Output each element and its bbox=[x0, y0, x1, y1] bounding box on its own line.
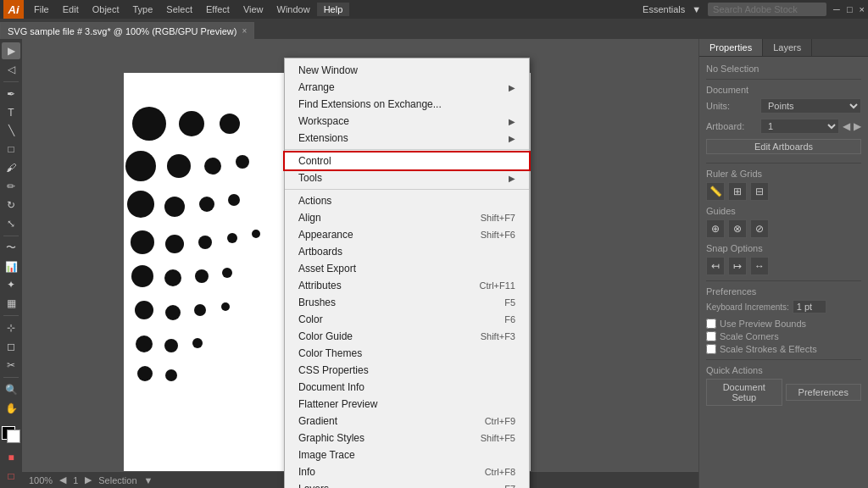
svg-point-20 bbox=[135, 301, 153, 319]
scale-corners-checkbox[interactable] bbox=[706, 331, 716, 341]
menu-item-asset-export[interactable]: Asset Export bbox=[285, 260, 529, 277]
search-input[interactable] bbox=[708, 3, 826, 16]
prev-artboard-icon[interactable]: ◀ bbox=[843, 120, 850, 132]
symbol-tool[interactable]: ✦ bbox=[2, 277, 20, 294]
menu-item-document-info[interactable]: Document Info bbox=[285, 379, 529, 396]
menu-item-layers[interactable]: Layers F7 bbox=[285, 480, 529, 488]
warp-tool[interactable]: 〜 bbox=[2, 240, 20, 257]
menu-edit[interactable]: Edit bbox=[56, 3, 86, 16]
menu-item-appearance[interactable]: Appearance Shift+F6 bbox=[285, 226, 529, 243]
eraser-tool[interactable]: ◻ bbox=[2, 338, 20, 355]
next-page-icon[interactable]: ▶ bbox=[85, 474, 92, 485]
menu-item-css-properties[interactable]: CSS Properties bbox=[285, 362, 529, 379]
menu-effect[interactable]: Effect bbox=[199, 3, 236, 16]
scale-strokes-checkbox[interactable] bbox=[706, 344, 716, 354]
window-close-icon[interactable]: × bbox=[860, 4, 865, 14]
grid-icon[interactable]: ⊞ bbox=[728, 182, 747, 201]
snap-icon-3[interactable]: ↔ bbox=[750, 257, 769, 275]
svg-point-24 bbox=[136, 336, 153, 352]
graph-tool[interactable]: 📊 bbox=[2, 258, 20, 275]
fill-icon[interactable]: ■ bbox=[2, 449, 20, 466]
hand-tool[interactable]: ✋ bbox=[2, 400, 20, 417]
guides-icon-1[interactable]: ⊕ bbox=[706, 219, 725, 238]
artboard-select[interactable]: 1 bbox=[760, 119, 839, 134]
menu-item-graphic-styles[interactable]: Graphic Styles Shift+F5 bbox=[285, 430, 529, 446]
svg-point-23 bbox=[221, 302, 230, 311]
units-select[interactable]: Points bbox=[760, 98, 861, 114]
grid-alt-icon[interactable]: ⊟ bbox=[750, 182, 769, 201]
prev-page-icon[interactable]: ◀ bbox=[59, 474, 66, 485]
tab-close-button[interactable]: × bbox=[242, 26, 247, 36]
snap-icon-2[interactable]: ↦ bbox=[728, 257, 747, 275]
menu-item-attributes[interactable]: Attributes Ctrl+F11 bbox=[285, 277, 529, 294]
scale-tool[interactable]: ⤡ bbox=[2, 215, 20, 232]
document-tab[interactable]: SVG sample file # 3.svg* @ 100% (RGB/GPU… bbox=[0, 22, 254, 39]
window-restore-icon[interactable]: □ bbox=[847, 4, 853, 14]
svg-point-17 bbox=[164, 269, 181, 286]
keyboard-increments-input[interactable] bbox=[793, 300, 826, 313]
scissors-tool[interactable]: ✂ bbox=[2, 357, 20, 374]
pencil-tool[interactable]: ✏ bbox=[2, 178, 20, 195]
menu-item-artboards[interactable]: Artboards bbox=[285, 243, 529, 260]
window-minimize-icon[interactable]: ─ bbox=[833, 4, 840, 14]
menu-item-extensions[interactable]: Extensions ▶ bbox=[285, 130, 529, 147]
menu-item-actions[interactable]: Actions bbox=[285, 192, 529, 209]
guides-icon-3[interactable]: ⊘ bbox=[750, 219, 769, 238]
svg-point-3 bbox=[125, 151, 156, 181]
menu-item-brushes[interactable]: Brushes F5 bbox=[285, 294, 529, 311]
menu-help[interactable]: Help bbox=[317, 3, 350, 16]
menu-window[interactable]: Window bbox=[270, 3, 317, 16]
svg-point-9 bbox=[199, 197, 214, 212]
menu-item-color-themes[interactable]: Color Themes bbox=[285, 345, 529, 362]
zoom-tool[interactable]: 🔍 bbox=[2, 381, 20, 398]
info-expand-icon[interactable]: ▼ bbox=[144, 475, 153, 485]
edit-artboards-button[interactable]: Edit Artboards bbox=[706, 139, 861, 154]
column-graph-tool[interactable]: ▦ bbox=[2, 295, 20, 312]
menu-item-workspace[interactable]: Workspace ▶ bbox=[285, 113, 529, 130]
menu-select[interactable]: Select bbox=[159, 3, 199, 16]
menu-item-color[interactable]: Color F6 bbox=[285, 311, 529, 328]
color-swatches[interactable] bbox=[2, 426, 20, 443]
stroke-icon[interactable]: □ bbox=[2, 468, 20, 485]
line-tool[interactable]: ╲ bbox=[2, 122, 20, 139]
use-preview-bounds-checkbox[interactable] bbox=[706, 319, 716, 329]
canvas-area: d diamaliqu amerci New Window Arrange ▶ … bbox=[22, 39, 698, 488]
menu-item-align[interactable]: Align Shift+F7 bbox=[285, 209, 529, 226]
workspace-label[interactable]: Essentials bbox=[643, 4, 685, 14]
guides-icon-2[interactable]: ⊗ bbox=[728, 219, 747, 238]
menu-item-find-extensions[interactable]: Find Extensions on Exchange... bbox=[285, 96, 529, 113]
next-artboard-icon[interactable]: ▶ bbox=[854, 120, 861, 132]
menu-item-control[interactable]: Control bbox=[285, 152, 529, 169]
menu-type[interactable]: Type bbox=[126, 3, 160, 16]
slice-tool[interactable]: ⊹ bbox=[2, 319, 20, 336]
menu-item-tools[interactable]: Tools ▶ bbox=[285, 169, 529, 186]
menu-item-gradient[interactable]: Gradient Ctrl+F9 bbox=[285, 413, 529, 430]
menu-item-new-window[interactable]: New Window bbox=[285, 62, 529, 79]
menu-file[interactable]: File bbox=[27, 3, 56, 16]
zoom-level[interactable]: 100% bbox=[29, 475, 53, 485]
background-swatch[interactable] bbox=[7, 430, 20, 443]
type-tool[interactable]: T bbox=[2, 104, 20, 121]
menu-item-info[interactable]: Info Ctrl+F8 bbox=[285, 463, 529, 480]
snap-icon-1[interactable]: ↤ bbox=[706, 257, 725, 275]
menu-item-arrange[interactable]: Arrange ▶ bbox=[285, 79, 529, 96]
direct-selection-tool[interactable]: ◁ bbox=[2, 61, 20, 78]
tab-properties[interactable]: Properties bbox=[699, 39, 763, 56]
menu-item-flattener-preview[interactable]: Flattener Preview bbox=[285, 396, 529, 413]
tab-layers[interactable]: Layers bbox=[763, 39, 812, 56]
paintbrush-tool[interactable]: 🖌 bbox=[2, 159, 20, 176]
menu-item-color-guide[interactable]: Color Guide Shift+F3 bbox=[285, 328, 529, 345]
panel-divider-4 bbox=[706, 359, 861, 360]
snap-icons: ↤ ↦ ↔ bbox=[706, 257, 861, 275]
preferences-button[interactable]: Preferences bbox=[786, 384, 862, 401]
keyboard-increments-row: Keyboard Increments: bbox=[706, 300, 861, 313]
pen-tool[interactable]: ✒ bbox=[2, 86, 20, 103]
shape-tool[interactable]: □ bbox=[2, 141, 20, 158]
document-setup-button[interactable]: Document Setup bbox=[706, 379, 782, 406]
selection-tool[interactable]: ▶ bbox=[2, 42, 20, 59]
rotate-tool[interactable]: ↻ bbox=[2, 197, 20, 214]
menu-item-image-trace[interactable]: Image Trace bbox=[285, 446, 529, 463]
ruler-icon[interactable]: 📏 bbox=[706, 182, 725, 201]
menu-view[interactable]: View bbox=[236, 3, 270, 16]
menu-object[interactable]: Object bbox=[86, 3, 126, 16]
